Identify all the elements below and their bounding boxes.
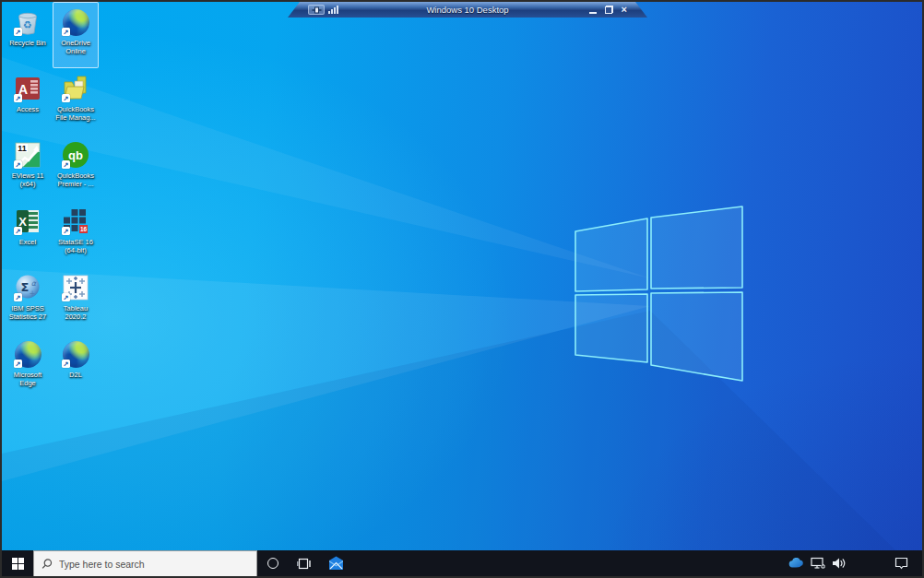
svg-text:16: 16 <box>80 226 88 232</box>
shortcut-arrow-icon: ↗ <box>62 360 70 368</box>
remote-desktop-screen: Windows 10 Desktop × ♻ ↗ <box>0 0 924 578</box>
desktop-icon-label: Microsoft Edge <box>6 371 50 387</box>
shortcut-arrow-icon: ↗ <box>62 227 70 235</box>
desktop-icon-recycle-bin[interactable]: ♻ ↗ Recycle Bin <box>5 2 51 68</box>
pin-icon[interactable] <box>308 5 325 15</box>
windows-start-icon <box>12 558 24 570</box>
desktop-icon-label: Excel <box>19 238 36 246</box>
shortcut-arrow-icon: ↗ <box>14 28 22 36</box>
spss-app-icon: Σ α + ↗ <box>13 273 42 302</box>
cortana-icon <box>267 558 278 569</box>
excel-app-icon: X ↗ <box>13 206 42 236</box>
remote-connection-bar[interactable]: Windows 10 Desktop × <box>288 2 647 18</box>
desktop-icon-tableau[interactable]: ↗ Tableau 2020.2 <box>53 267 99 334</box>
desktop-icon-label: Tableau 2020.2 <box>53 304 98 321</box>
recycle-bin-icon: ♻ ↗ <box>13 7 42 37</box>
desktop-icon-label: StataSE 16 (64-bit) <box>53 238 98 254</box>
desktop-icon-label: QuickBooks Premier - ... <box>53 171 98 188</box>
stata-app-icon: 16 ↗ <box>61 206 90 236</box>
onedrive-cloud-icon[interactable] <box>788 558 804 569</box>
desktop-icon-label: IBM SPSS Statistics 27 <box>6 304 50 321</box>
desktop-icon-excel[interactable]: X ↗ Excel <box>5 201 51 267</box>
desktop-icon-label: EViews 11 (x64) <box>6 171 50 188</box>
desktop-icon-grid: ♻ ↗ Recycle Bin ↗ OneDrive Online A ↗ <box>5 2 101 400</box>
start-button[interactable] <box>2 550 33 576</box>
minimize-icon[interactable] <box>589 6 597 14</box>
svg-text:♻: ♻ <box>23 19 32 31</box>
desktop-icon-label: OneDrive Online <box>53 39 98 55</box>
cortana-button[interactable] <box>257 550 289 576</box>
svg-text:11: 11 <box>18 144 27 153</box>
taskbar-search-box[interactable] <box>33 550 257 576</box>
desktop-icon-access[interactable]: A ↗ Access <box>5 68 51 135</box>
desktop-icon-spss[interactable]: Σ α + ↗ IBM SPSS Statistics 27 <box>5 267 51 334</box>
shortcut-arrow-icon: ↗ <box>14 160 22 169</box>
mail-app-button[interactable] <box>320 550 351 576</box>
desktop-icon-label: QuickBooks File Manag... <box>53 105 98 122</box>
eviews-app-icon: 11 ↗ <box>13 140 42 170</box>
desktop-icon-label: Access <box>17 105 39 113</box>
shortcut-arrow-icon: ↗ <box>62 94 70 102</box>
search-icon <box>41 558 53 570</box>
access-app-icon: A ↗ <box>13 74 42 103</box>
corner-shade <box>2 2 922 576</box>
network-icon[interactable] <box>811 557 825 570</box>
svg-text:+: + <box>30 289 36 298</box>
desktop-icon-d2l[interactable]: ↗ D2L <box>53 334 99 400</box>
shortcut-arrow-icon: ↗ <box>14 227 22 235</box>
quickbooks-folder-icon: ↗ <box>61 74 90 103</box>
windows-logo-icon <box>572 202 747 386</box>
edge-browser-icon: ↗ <box>13 339 42 369</box>
volume-icon[interactable] <box>832 557 847 570</box>
shortcut-arrow-icon: ↗ <box>62 293 70 301</box>
desktop-wallpaper <box>2 2 922 576</box>
restore-icon[interactable] <box>605 6 613 14</box>
action-center-button[interactable] <box>887 550 915 576</box>
task-view-icon <box>297 558 312 570</box>
close-icon[interactable]: × <box>622 6 627 14</box>
desktop-icon-stata[interactable]: 16 ↗ StataSE 16 (64-bit) <box>53 201 99 267</box>
shortcut-arrow-icon: ↗ <box>14 293 22 301</box>
desktop-icon-microsoft-edge[interactable]: ↗ Microsoft Edge <box>5 334 51 400</box>
taskbar <box>2 550 922 576</box>
mail-icon <box>327 556 345 571</box>
shortcut-arrow-icon: ↗ <box>62 160 70 169</box>
desktop-icon-label: Recycle Bin <box>9 39 46 47</box>
desktop-icon-eviews[interactable]: 11 ↗ EViews 11 (x64) <box>5 135 51 201</box>
task-view-button[interactable] <box>289 550 320 576</box>
quickbooks-app-icon: qb ↗ <box>61 140 90 170</box>
system-tray <box>788 550 850 576</box>
svg-text:α: α <box>31 279 37 288</box>
desktop-icon-label: D2L <box>69 371 82 379</box>
edge-browser-icon: ↗ <box>61 339 90 369</box>
svg-text:Σ: Σ <box>21 280 30 294</box>
shortcut-arrow-icon: ↗ <box>14 360 22 368</box>
edge-browser-icon: ↗ <box>61 7 90 37</box>
action-center-icon <box>894 557 908 570</box>
shortcut-arrow-icon: ↗ <box>14 94 22 102</box>
desktop-icon-onedrive-online[interactable]: ↗ OneDrive Online <box>53 2 99 68</box>
desktop-icon-quickbooks-file-manager[interactable]: ↗ QuickBooks File Manag... <box>53 68 99 135</box>
search-input[interactable] <box>59 559 249 570</box>
signal-bars-icon <box>328 6 338 14</box>
taskbar-empty-area <box>351 550 788 576</box>
desktop-icon-quickbooks-premier[interactable]: qb ↗ QuickBooks Premier - ... <box>53 135 99 201</box>
tableau-app-icon: ↗ <box>61 273 90 302</box>
shortcut-arrow-icon: ↗ <box>62 28 70 36</box>
